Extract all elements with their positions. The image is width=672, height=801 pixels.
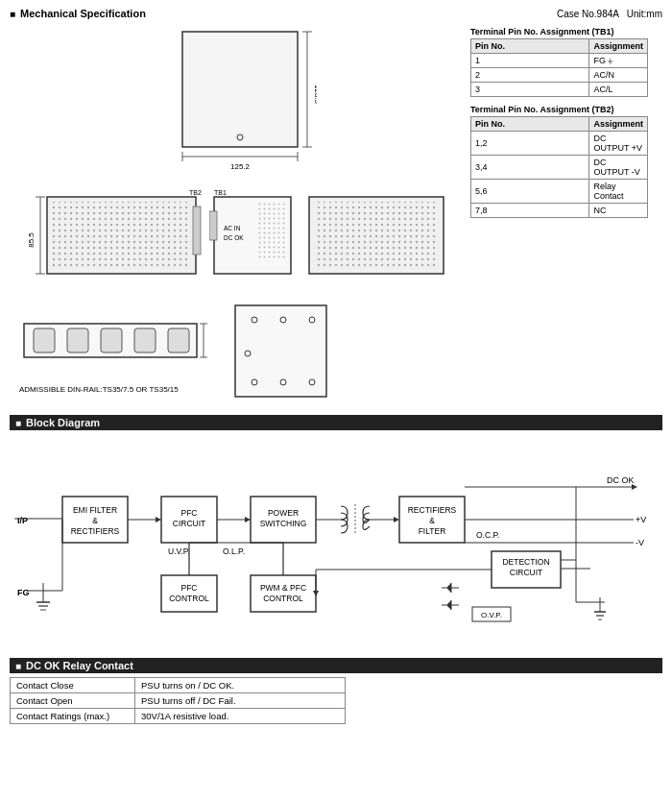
pwm-ctrl-line1: PWM & PFC xyxy=(260,583,306,593)
case-number: Case No.984A xyxy=(557,9,619,19)
tb2-table: Pin No. Assignment 1,2 DC OUTPUT +V 3,4 xyxy=(470,116,648,218)
tb2-label: TB2 xyxy=(189,189,202,196)
detection-line2: CIRCUIT xyxy=(510,568,542,577)
tb2-row1-pin: 1,2 xyxy=(471,132,589,156)
left-side-view: 85.5 TB2 xyxy=(28,187,205,295)
mechanical-spec-section: Mechanical Specification Case No.984A Un… xyxy=(10,8,662,407)
ovp-box-label: O.V.P. xyxy=(481,611,502,619)
rectifier-line2: & xyxy=(429,516,435,525)
svg-marker-52 xyxy=(245,517,251,522)
power-sw-line2: SWITCHING xyxy=(260,519,307,528)
tb1-row1-assign: FG ⏚ xyxy=(589,54,648,68)
tb2-title: Terminal Pin No. Assignment (TB2) xyxy=(470,105,653,114)
bottom-row: 35 ADMISSIBLE DIN-RAIL:TS35/7.5 OR TS35/… xyxy=(19,301,461,403)
tb1-row3-assign: AC/L xyxy=(589,83,648,97)
terminal-tb2: Terminal Pin No. Assignment (TB2) Pin No… xyxy=(470,105,653,218)
dim-depth: 85.5 xyxy=(28,232,36,248)
svg-rect-27 xyxy=(67,328,88,352)
svg-rect-14 xyxy=(193,206,201,255)
din-label-text: ADMISSIBLE DIN-RAIL:TS35/7.5 OR TS35/15 xyxy=(19,385,211,394)
mid-side-svg: TB1 AC IN DC OK xyxy=(209,187,300,293)
mid-side-view: TB1 AC IN DC OK xyxy=(209,187,300,295)
unit-label: Unit:mm xyxy=(627,9,662,19)
tb1-header-assign: Assignment xyxy=(589,39,648,54)
terminal-tables-section: Terminal Pin No. Assignment (TB1) Pin No… xyxy=(470,27,653,224)
relay-contact-table: Contact Close PSU turns on / DC OK. Cont… xyxy=(10,677,346,724)
mid-label1: AC IN xyxy=(224,225,241,231)
svg-rect-0 xyxy=(182,32,298,147)
tb2-row4-pin: 7,8 xyxy=(471,204,589,218)
mech-header: Mechanical Specification Case No.984A Un… xyxy=(10,8,662,19)
tb2-row2-pin: 3,4 xyxy=(471,156,589,180)
svg-rect-21 xyxy=(314,202,439,269)
dim-height: 128.5 xyxy=(313,85,317,105)
block-diagram-title: Block Diagram xyxy=(26,417,100,428)
mech-title: Mechanical Specification xyxy=(10,8,146,19)
fg-label: FG xyxy=(17,588,30,597)
din-rail-svg: 35 xyxy=(19,304,211,381)
tb1-row1-pin: 1 xyxy=(471,54,589,68)
svg-rect-30 xyxy=(168,328,189,352)
side-views-row: 85.5 TB2 xyxy=(28,187,453,295)
tb2-row4-assign: NC xyxy=(589,204,648,218)
mid-label2: DC OK xyxy=(224,234,244,241)
tb1-row2-assign: AC/N xyxy=(589,68,648,83)
relay-row3-value: 30V/1A resistive load. xyxy=(135,709,346,724)
relay-row1-label: Contact Close xyxy=(11,678,135,693)
svg-marker-57 xyxy=(394,517,399,522)
svg-rect-16 xyxy=(209,211,217,240)
dim-din: 35 xyxy=(209,335,211,344)
tb1-label: TB1 xyxy=(214,189,227,196)
rectifier-line3: FILTER xyxy=(419,526,446,536)
pfc-circuit-line2: CIRCUIT xyxy=(173,519,205,528)
tb2-header-assign: Assignment xyxy=(589,117,648,132)
minusv-label: -V xyxy=(636,538,644,547)
svg-marker-60 xyxy=(632,484,637,490)
uvp-label: U.V.P. xyxy=(168,546,190,556)
rectifier-line1: RECTIFIERS xyxy=(408,505,457,515)
svg-rect-28 xyxy=(101,328,122,352)
svg-rect-13 xyxy=(52,202,191,269)
relay-row-3: Contact Ratings (max.) 30V/1A resistive … xyxy=(11,709,346,724)
front-view-drawing: 128.5 125.2 xyxy=(163,27,317,178)
relay-row2-value: PSU turns off / DC Fail. xyxy=(135,693,346,709)
relay-row2-label: Contact Open xyxy=(11,693,135,709)
ocp-label: O.C.P. xyxy=(476,530,499,540)
svg-marker-76 xyxy=(446,600,451,610)
relay-contact-header: DC OK Relay Contact xyxy=(10,658,662,673)
dim-width: 125.2 xyxy=(230,162,251,171)
svg-rect-18 xyxy=(257,202,286,259)
tb1-row3-pin: 3 xyxy=(471,83,589,97)
ip-label: I/P xyxy=(17,516,28,525)
relay-row1-value: PSU turns on / DC OK. xyxy=(135,678,346,693)
block-diagram-section: Block Diagram I/P FG EMI FILTER xyxy=(10,415,662,650)
tb1-header-pin: Pin No. xyxy=(471,39,589,54)
pwm-ctrl-line2: CONTROL xyxy=(263,594,303,603)
drawings-column: 128.5 125.2 xyxy=(19,27,461,403)
perspective-svg xyxy=(230,301,336,401)
power-sw-line1: POWER xyxy=(268,508,299,518)
svg-rect-26 xyxy=(34,328,55,352)
din-rail-view: 35 ADMISSIBLE DIN-RAIL:TS35/7.5 OR TS35/… xyxy=(19,304,211,394)
pfc-ctrl-line2: CONTROL xyxy=(169,594,209,603)
relay-row-2: Contact Open PSU turns off / DC Fail. xyxy=(11,693,346,709)
tb1-title: Terminal Pin No. Assignment (TB1) xyxy=(470,27,653,36)
relay-row-1: Contact Close PSU turns on / DC OK. xyxy=(11,678,346,693)
tb1-table: Pin No. Assignment 1 FG ⏚ 2 AC/N xyxy=(470,38,648,97)
pfc-circuit-line1: PFC xyxy=(181,508,198,518)
tb2-row3-assign: Relay Contact xyxy=(589,180,648,204)
front-view-svg: 128.5 125.2 xyxy=(163,27,317,176)
perspective-view xyxy=(230,301,336,403)
page: Mechanical Specification Case No.984A Un… xyxy=(0,0,672,740)
left-side-svg: 85.5 TB2 xyxy=(28,187,205,293)
relay-contact-title: DC OK Relay Contact xyxy=(26,660,133,671)
emi-block-line3: RECTIFIERS xyxy=(71,526,120,536)
plusv-label: +V xyxy=(636,515,646,524)
block-diagram-inner: I/P FG EMI FILTER & RECTIFIERS xyxy=(10,434,662,650)
tb2-row3-pin: 5,6 xyxy=(471,180,589,204)
block-diagram-header: Block Diagram xyxy=(10,415,662,430)
svg-marker-49 xyxy=(156,517,161,522)
right-side-view xyxy=(304,187,453,295)
emi-block-line1: EMI FILTER xyxy=(73,505,117,515)
relay-row3-label: Contact Ratings (max.) xyxy=(11,709,135,724)
